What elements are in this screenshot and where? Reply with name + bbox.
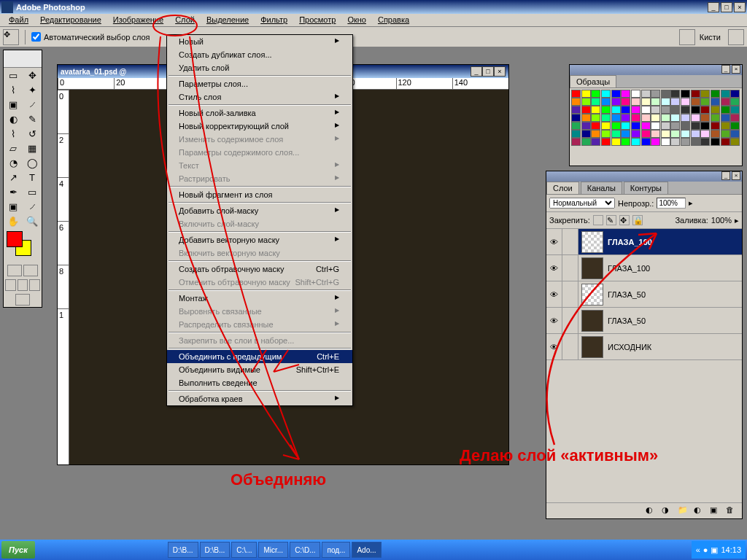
swatch[interactable] bbox=[670, 122, 680, 130]
lock-transparency-icon[interactable] bbox=[593, 215, 603, 225]
quicklaunch-icon[interactable] bbox=[153, 543, 166, 556]
swatch[interactable] bbox=[711, 98, 720, 106]
dodge-tool[interactable]: ◯ bbox=[23, 155, 42, 170]
swatch[interactable] bbox=[691, 98, 700, 106]
swatch[interactable] bbox=[581, 114, 591, 122]
swatch[interactable] bbox=[581, 90, 591, 98]
menu-item[interactable]: Новый корректирующий слой bbox=[167, 120, 352, 133]
layer-row[interactable]: 👁ГЛАЗА_100 bbox=[546, 255, 742, 281]
swatch[interactable] bbox=[591, 114, 600, 122]
swatch[interactable] bbox=[700, 114, 710, 122]
menu-filter[interactable]: Фильтр bbox=[255, 14, 293, 26]
swatch[interactable] bbox=[721, 138, 730, 146]
layer-name[interactable]: ГЛАЗА_100 bbox=[606, 238, 742, 246]
swatch[interactable] bbox=[631, 130, 640, 138]
panel-minimize-button[interactable]: _ bbox=[721, 171, 730, 180]
lock-paint-icon[interactable]: ✎ bbox=[606, 215, 616, 225]
swatch[interactable] bbox=[591, 122, 600, 130]
menu-item[interactable]: Удалить слой bbox=[167, 61, 352, 74]
crop-tool[interactable]: ▣ bbox=[4, 97, 23, 112]
swatch[interactable] bbox=[611, 90, 621, 98]
menu-item[interactable]: Объединить видимыеShift+Ctrl+E bbox=[167, 363, 352, 376]
swatch[interactable] bbox=[571, 138, 581, 146]
doc-minimize-button[interactable]: _ bbox=[471, 66, 482, 77]
swatch[interactable] bbox=[601, 114, 611, 122]
swatch[interactable] bbox=[591, 98, 600, 106]
swatch[interactable] bbox=[641, 138, 651, 146]
pen-tool[interactable]: ✒ bbox=[4, 184, 23, 199]
swatch[interactable] bbox=[661, 114, 670, 122]
swatch[interactable] bbox=[611, 98, 621, 106]
swatch[interactable] bbox=[621, 130, 630, 138]
swatch[interactable] bbox=[571, 122, 581, 130]
swatch[interactable] bbox=[670, 138, 680, 146]
swatch[interactable] bbox=[641, 130, 651, 138]
swatch[interactable] bbox=[601, 98, 611, 106]
menu-help[interactable]: Справка bbox=[372, 14, 415, 26]
move-tool-icon[interactable]: ✥ bbox=[3, 29, 19, 45]
visibility-icon[interactable]: 👁 bbox=[546, 255, 562, 281]
layer-thumbnail[interactable] bbox=[581, 257, 603, 279]
menu-item[interactable]: Новый bbox=[167, 35, 352, 48]
tab-channels[interactable]: Каналы bbox=[581, 182, 622, 194]
swatch[interactable] bbox=[721, 98, 730, 106]
screen-mode-2-icon[interactable] bbox=[18, 279, 28, 291]
visibility-icon[interactable]: 👁 bbox=[546, 308, 562, 333]
swatch[interactable] bbox=[691, 114, 700, 122]
move-tool[interactable]: ✥ bbox=[23, 68, 42, 82]
quicklaunch-icon[interactable] bbox=[80, 543, 93, 556]
layer-thumbnail[interactable] bbox=[581, 310, 603, 332]
history-brush-tool[interactable]: ↺ bbox=[23, 126, 42, 141]
swatch[interactable] bbox=[681, 122, 690, 130]
layer-set-icon[interactable]: 📁 bbox=[678, 505, 689, 517]
new-layer-icon[interactable]: ▣ bbox=[710, 505, 721, 517]
taskbar-item[interactable]: Micr... bbox=[258, 542, 288, 558]
swatch[interactable] bbox=[681, 130, 690, 138]
swatch[interactable] bbox=[700, 90, 710, 98]
swatch[interactable] bbox=[581, 98, 591, 106]
blend-mode-select[interactable]: Нормальный bbox=[549, 198, 615, 209]
stamp-tool[interactable]: ⌇ bbox=[4, 126, 23, 141]
swatch[interactable] bbox=[730, 122, 740, 130]
swatch[interactable] bbox=[681, 106, 690, 114]
align-icon[interactable] bbox=[679, 29, 695, 45]
swatch[interactable] bbox=[661, 98, 670, 106]
swatch[interactable] bbox=[571, 98, 581, 106]
screen-mode-1-icon[interactable] bbox=[5, 279, 16, 291]
swatch[interactable] bbox=[721, 122, 730, 130]
doc-close-button[interactable]: × bbox=[494, 66, 506, 77]
swatch[interactable] bbox=[581, 138, 591, 146]
swatch[interactable] bbox=[651, 98, 660, 106]
swatch[interactable] bbox=[691, 90, 700, 98]
swatch[interactable] bbox=[661, 122, 670, 130]
taskbar-item[interactable]: D:\В... bbox=[168, 542, 198, 558]
swatch[interactable] bbox=[641, 90, 651, 98]
quicklaunch-icon[interactable] bbox=[109, 543, 123, 556]
wand-tool[interactable]: ✦ bbox=[23, 82, 42, 97]
minimize-button[interactable]: _ bbox=[708, 2, 719, 12]
menu-file[interactable]: Файл bbox=[3, 14, 34, 26]
swatch[interactable] bbox=[661, 138, 670, 146]
link-icon[interactable] bbox=[562, 281, 578, 307]
swatch[interactable] bbox=[700, 138, 710, 146]
swatch[interactable] bbox=[681, 138, 690, 146]
quicklaunch-icon[interactable] bbox=[66, 543, 79, 556]
quicklaunch-icon[interactable] bbox=[139, 543, 152, 556]
swatch[interactable] bbox=[581, 122, 591, 130]
layer-row[interactable]: 👁ГЛАЗА_50 bbox=[546, 308, 742, 334]
menu-item[interactable]: Объединить с предыдущимCtrl+E bbox=[167, 350, 352, 363]
swatch[interactable] bbox=[651, 90, 660, 98]
quicklaunch-icon[interactable] bbox=[95, 543, 108, 556]
swatch[interactable] bbox=[711, 138, 720, 146]
swatch[interactable] bbox=[611, 130, 621, 138]
swatch[interactable] bbox=[601, 138, 611, 146]
swatch[interactable] bbox=[691, 130, 700, 138]
layer-row[interactable]: 👁ИСХОДНИК bbox=[546, 334, 742, 360]
swatch[interactable] bbox=[711, 130, 720, 138]
menu-item[interactable]: Добавить векторную маску bbox=[167, 233, 352, 246]
opacity-arrow-icon[interactable]: ▸ bbox=[689, 198, 693, 208]
visibility-icon[interactable]: 👁 bbox=[546, 334, 562, 359]
visibility-icon[interactable]: 👁 bbox=[546, 281, 562, 307]
link-icon[interactable] bbox=[562, 255, 578, 281]
menu-view[interactable]: Просмотр bbox=[293, 14, 341, 26]
